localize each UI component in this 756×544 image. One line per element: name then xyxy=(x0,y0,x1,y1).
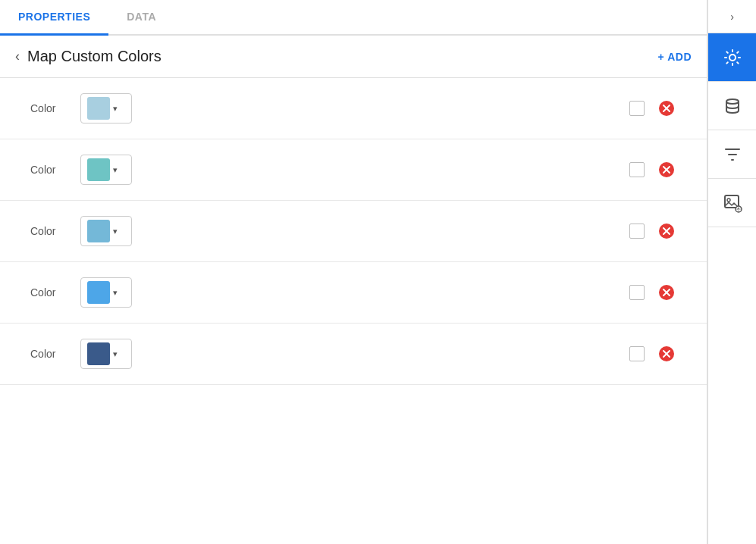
page-title: Map Custom Colors xyxy=(27,48,658,65)
checkbox-3[interactable] xyxy=(629,224,645,239)
svg-point-16 xyxy=(726,99,739,104)
color-swatch-5 xyxy=(87,342,110,365)
sidebar-database-button[interactable] xyxy=(708,82,757,130)
color-rows-container: Color ▾ Color ▾ xyxy=(0,78,707,544)
color-row: Color ▾ xyxy=(0,78,707,139)
tab-properties[interactable]: PROPERTIES xyxy=(0,0,108,36)
color-picker-2[interactable]: ▾ xyxy=(80,155,132,185)
color-swatch-4 xyxy=(87,281,110,304)
color-picker-4[interactable]: ▾ xyxy=(80,277,132,308)
right-sidebar: › xyxy=(707,0,756,544)
sidebar-filter-button[interactable] xyxy=(708,130,757,179)
color-picker-3[interactable]: ▾ xyxy=(80,216,132,246)
color-row: Color ▾ xyxy=(0,139,707,201)
sidebar-image-settings-button[interactable] xyxy=(708,179,757,227)
image-settings-icon xyxy=(722,192,743,214)
chevron-down-icon: ▾ xyxy=(113,349,118,359)
color-label-1: Color xyxy=(30,102,68,114)
checkbox-1[interactable] xyxy=(629,101,645,116)
chevron-down-icon: ▾ xyxy=(113,227,118,236)
color-row: Color ▾ xyxy=(0,262,707,324)
color-row: Color ▾ xyxy=(0,324,707,385)
checkbox-5[interactable] xyxy=(629,346,645,361)
gear-icon xyxy=(722,47,743,68)
color-label-3: Color xyxy=(30,225,68,237)
color-swatch-3 xyxy=(87,220,110,242)
main-panel: PROPERTIES DATA ‹ Map Custom Colors + AD… xyxy=(0,0,707,544)
color-label-5: Color xyxy=(30,348,68,360)
chevron-down-icon: ▾ xyxy=(113,104,118,114)
tab-data[interactable]: DATA xyxy=(108,0,174,36)
color-swatch-1 xyxy=(87,97,110,120)
svg-point-15 xyxy=(729,55,736,61)
add-button[interactable]: + ADD xyxy=(658,51,692,63)
color-swatch-2 xyxy=(87,158,110,181)
filter-icon xyxy=(722,144,743,165)
svg-point-18 xyxy=(727,199,730,202)
color-picker-1[interactable]: ▾ xyxy=(80,93,132,123)
delete-button-3[interactable] xyxy=(657,221,676,241)
checkbox-4[interactable] xyxy=(629,285,645,300)
checkbox-2[interactable] xyxy=(629,162,645,177)
tab-bar: PROPERTIES DATA xyxy=(0,0,707,36)
color-row: Color ▾ xyxy=(0,201,707,262)
delete-button-2[interactable] xyxy=(657,160,676,180)
chevron-down-icon: ▾ xyxy=(113,288,118,298)
color-picker-5[interactable]: ▾ xyxy=(80,339,132,369)
color-label-2: Color xyxy=(30,164,68,176)
sidebar-settings-button[interactable] xyxy=(708,33,757,82)
delete-button-5[interactable] xyxy=(657,344,676,364)
chevron-right-icon: › xyxy=(730,11,734,23)
color-label-4: Color xyxy=(30,286,68,299)
database-icon xyxy=(722,95,743,117)
chevron-down-icon: ▾ xyxy=(113,165,118,175)
sidebar-expand-button[interactable]: › xyxy=(708,0,757,33)
delete-button-4[interactable] xyxy=(657,283,676,302)
back-button[interactable]: ‹ xyxy=(15,48,20,64)
delete-button-1[interactable] xyxy=(657,98,676,118)
header-row: ‹ Map Custom Colors + ADD xyxy=(0,36,707,78)
